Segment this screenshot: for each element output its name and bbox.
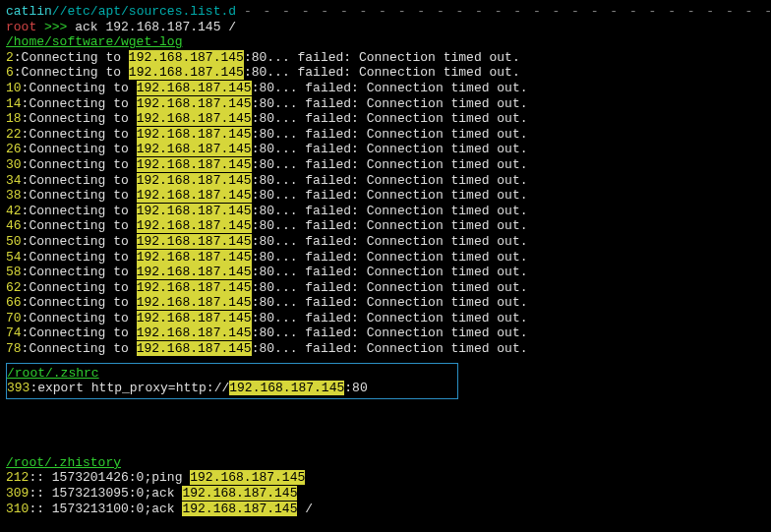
zshrc-box: /root/.zshrc 393:export http_proxy=http:… (6, 363, 458, 399)
prompt-line[interactable]: root >>> ack 192.168.187.145 / (6, 20, 765, 35)
wgetlog-row: 14:Connecting to 192.168.187.145:80... f… (6, 96, 765, 112)
wgetlog-row: 50:Connecting to 192.168.187.145:80... f… (6, 234, 765, 250)
zhistory-row: 212:: 1573201426:0;ping 192.168.187.145 (6, 470, 765, 486)
file-path-zshrc: /root/.zshrc (7, 366, 457, 382)
zhistory-row: 309:: 1573213095:0;ack 192.168.187.145 (6, 486, 765, 502)
wgetlog-row: 58:Connecting to 192.168.187.145:80... f… (6, 265, 765, 280)
zhistory-row: 310:: 1573213100:0;ack 192.168.187.145 / (6, 502, 765, 517)
wgetlog-row: 54:Connecting to 192.168.187.145:80... f… (6, 250, 765, 266)
file-path-wgetlog: /home/software/wget-log (6, 34, 765, 50)
wgetlog-row: 10:Connecting to 192.168.187.145:80... f… (6, 81, 765, 96)
wgetlog-row: 26:Connecting to 192.168.187.145:80... f… (6, 142, 765, 157)
wgetlog-row: 42:Connecting to 192.168.187.145:80... f… (6, 204, 765, 219)
zshrc-line: 393:export http_proxy=http://192.168.187… (7, 381, 457, 396)
wgetlog-row: 78:Connecting to 192.168.187.145:80... f… (6, 341, 765, 357)
wgetlog-row: 70:Connecting to 192.168.187.145:80... f… (6, 311, 765, 326)
wgetlog-row: 30:Connecting to 192.168.187.145:80... f… (6, 157, 765, 173)
wgetlog-row: 66:Connecting to 192.168.187.145:80... f… (6, 295, 765, 311)
wgetlog-row: 18:Connecting to 192.168.187.145:80... f… (6, 111, 765, 127)
wgetlog-row: 22:Connecting to 192.168.187.145:80... f… (6, 127, 765, 143)
wgetlog-row: 62:Connecting to 192.168.187.145:80... f… (6, 280, 765, 296)
wgetlog-row: 46:Connecting to 192.168.187.145:80... f… (6, 218, 765, 234)
wgetlog-row: 34:Connecting to 192.168.187.145:80... f… (6, 173, 765, 189)
header-line: catlin//etc/apt/sources.list.d - - - - -… (6, 4, 765, 20)
wgetlog-row: 6:Connecting to 192.168.187.145:80... fa… (6, 65, 765, 81)
file-path-zhistory: /root/.zhistory (6, 455, 765, 471)
wgetlog-row: 74:Connecting to 192.168.187.145:80... f… (6, 325, 765, 341)
wgetlog-row: 38:Connecting to 192.168.187.145:80... f… (6, 188, 765, 204)
wgetlog-row: 2:Connecting to 192.168.187.145:80... fa… (6, 50, 765, 66)
